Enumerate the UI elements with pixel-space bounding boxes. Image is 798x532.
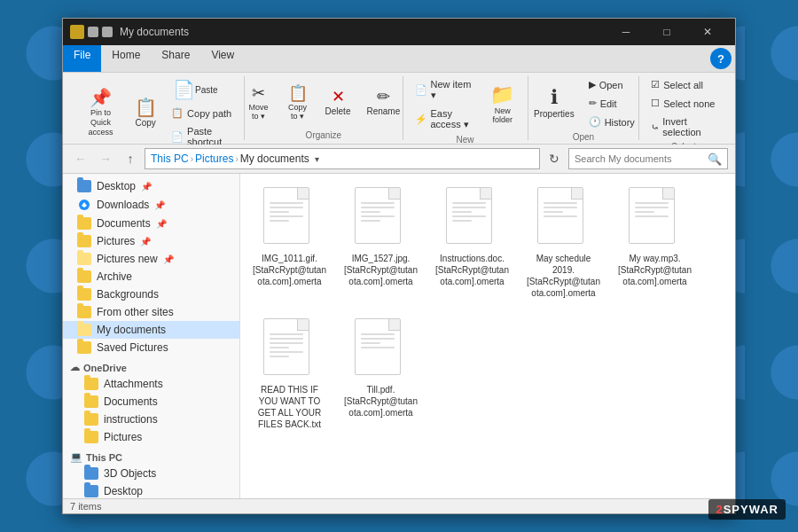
help-button[interactable]: ? xyxy=(710,48,732,69)
delete-button[interactable]: ✕ Delete xyxy=(319,86,357,119)
up-button[interactable]: ↑ xyxy=(120,148,141,169)
new-item-button[interactable]: 📄 New item ▾ xyxy=(411,76,481,104)
copy-to-button[interactable]: 📋 Copyto ▾ xyxy=(280,82,316,123)
tab-share[interactable]: Share xyxy=(151,45,200,72)
minimize-button[interactable]: ─ xyxy=(606,19,646,45)
file-item-instructions[interactable]: Instructions.doc.[StaRcRypt@tutanota.com… xyxy=(430,181,514,305)
sidebar-item-backgrounds[interactable]: Backgrounds xyxy=(63,286,239,303)
rename-label: Rename xyxy=(366,106,400,116)
file-item-img1527[interactable]: IMG_1527.jpg.[StaRcRypt@tutanota.com].om… xyxy=(339,181,423,305)
sidebar-item-attachments[interactable]: Attachments xyxy=(63,375,239,393)
paste-button[interactable]: 📄 Paste xyxy=(167,76,237,103)
select-none-button[interactable]: ☐ Select none xyxy=(646,95,721,112)
edit-button[interactable]: ✏ Edit xyxy=(584,95,639,112)
file-item-img1011[interactable]: IMG_1011.gif.[StaRcRypt@tutanota.com].om… xyxy=(247,181,332,305)
sidebar-item-from-other-sites[interactable]: From other sites xyxy=(63,303,239,321)
tab-file[interactable]: File xyxy=(63,45,101,72)
breadcrumb-thispc[interactable]: This PC xyxy=(151,153,189,165)
search-input[interactable] xyxy=(575,153,704,164)
file-line xyxy=(270,338,303,340)
sidebar-item-downloads[interactable]: Downloads 📌 xyxy=(63,195,239,215)
file-line xyxy=(452,211,473,213)
attachments-folder-icon xyxy=(84,378,98,390)
search-icon[interactable]: 🔍 xyxy=(708,153,722,166)
sidebar-item-documents[interactable]: Documents 📌 xyxy=(63,215,239,232)
file-grid: IMG_1011.gif.[StaRcRypt@tutanota.com].om… xyxy=(247,181,728,436)
3d-objects-label: 3D Objects xyxy=(104,467,156,480)
sidebar-item-my-documents[interactable]: My documents xyxy=(63,321,239,339)
breadcrumb[interactable]: This PC › Pictures › My documents ▾ xyxy=(145,148,540,169)
sidebar-item-desktop2[interactable]: Desktop xyxy=(63,482,239,498)
history-button[interactable]: 🕐 History xyxy=(584,113,639,130)
rename-button[interactable]: ✏ Rename xyxy=(360,86,406,119)
tab-view[interactable]: View xyxy=(200,45,245,72)
sidebar-item-archive[interactable]: Archive xyxy=(63,268,239,286)
file-name-may-schedule: May schedule 2019.[StaRcRypt@tutanota.co… xyxy=(526,253,601,299)
search-bar: 🔍 xyxy=(568,148,728,169)
ribbon: File Home Share View ? 📌 Pin to Quickacc… xyxy=(63,45,735,145)
desktop2-label: Desktop xyxy=(104,485,143,497)
downloads-label: Downloads xyxy=(97,199,149,211)
delete-icon: ✕ xyxy=(332,89,345,105)
edit-label: Edit xyxy=(600,98,617,109)
open-icon: ▶ xyxy=(589,79,596,90)
copy-button[interactable]: 📋 Copy xyxy=(128,96,163,130)
open-button[interactable]: ▶ Open xyxy=(584,76,639,93)
sidebar-item-desktop[interactable]: Desktop 📌 xyxy=(63,177,239,195)
pin-to-quick-access-button[interactable]: 📌 Pin to Quickaccess xyxy=(77,86,124,139)
move-to-button[interactable]: ✂ Moveto ▾ xyxy=(241,82,277,123)
watermark-2: 2 xyxy=(716,503,723,516)
ribbon-group-new: 📄 New item ▾ ⚡ Easy access ▾ 📁 Newfolder… xyxy=(403,76,528,140)
file-line xyxy=(452,215,486,217)
file-lines-may-schedule xyxy=(538,188,583,225)
clipboard-items: 📌 Pin to Quickaccess 📋 Copy 📄 Paste xyxy=(77,76,237,150)
instructions-folder-icon xyxy=(84,413,98,426)
file-item-my-way[interactable]: My way.mp3.[StaRcRypt@tutanota.com].omer… xyxy=(613,181,697,305)
sidebar: Desktop 📌 Downloads 📌 Documents 📌 Pictur… xyxy=(63,174,240,498)
new-folder-button[interactable]: 📁 Newfolder xyxy=(485,82,520,127)
open-col: ▶ Open ✏ Edit 🕐 History xyxy=(584,76,639,130)
easy-access-button[interactable]: ⚡ Easy access ▾ xyxy=(411,106,481,133)
downloads-icon xyxy=(77,198,91,212)
copy-path-icon: 📋 xyxy=(171,107,184,119)
refresh-button[interactable]: ↻ xyxy=(544,148,565,169)
sidebar-item-pictures2[interactable]: Pictures xyxy=(63,428,239,446)
file-name-instructions: Instructions.doc.[StaRcRypt@tutanota.com… xyxy=(434,253,510,287)
file-lines-img1527 xyxy=(356,188,400,230)
file-line xyxy=(361,202,395,204)
file-item-read-this[interactable]: READ THIS IF YOU WANT TO GET ALL YOUR FI… xyxy=(247,312,332,436)
maximize-button[interactable]: □ xyxy=(646,19,687,45)
file-line xyxy=(361,347,395,348)
breadcrumb-pictures[interactable]: Pictures xyxy=(195,153,233,165)
new-folder-icon: 📁 xyxy=(490,85,514,105)
back-button[interactable]: ← xyxy=(70,148,91,169)
file-item-till-pdf[interactable]: Till.pdf.[StaRcRypt@tutanota.com].omerta xyxy=(339,312,423,436)
thispc-section: 💻 This PC xyxy=(63,446,239,465)
file-name-read-this: READ THIS IF YOU WANT TO GET ALL YOUR FI… xyxy=(252,384,327,430)
paste-label: Paste xyxy=(195,85,218,95)
breadcrumb-dropdown[interactable]: ▾ xyxy=(315,154,319,164)
forward-button[interactable]: → xyxy=(95,148,116,169)
sidebar-item-saved-pictures[interactable]: Saved Pictures xyxy=(63,339,239,356)
select-all-button[interactable]: ☑ Select all xyxy=(646,76,721,93)
file-line xyxy=(270,211,290,213)
properties-button[interactable]: ℹ Properties xyxy=(528,85,581,121)
open-label: Open xyxy=(599,80,623,90)
breadcrumb-sep-2: › xyxy=(235,154,238,164)
sidebar-item-pictures[interactable]: Pictures 📌 xyxy=(63,232,239,250)
new-col: 📄 New item ▾ ⚡ Easy access ▾ xyxy=(411,76,481,133)
window-icon-1 xyxy=(70,25,84,39)
file-name-my-way: My way.mp3.[StaRcRypt@tutanota.com].omer… xyxy=(617,253,692,287)
close-button[interactable]: ✕ xyxy=(687,19,728,45)
file-item-may-schedule[interactable]: May schedule 2019.[StaRcRypt@tutanota.co… xyxy=(521,181,606,305)
sidebar-item-pictures-new[interactable]: Pictures new 📌 xyxy=(63,250,239,268)
sidebar-item-documents2[interactable]: Documents xyxy=(63,393,239,411)
new-item-label: New item ▾ xyxy=(431,79,477,101)
tab-home[interactable]: Home xyxy=(101,45,151,72)
copy-path-button[interactable]: 📋 Copy path xyxy=(167,105,237,121)
invert-selection-button[interactable]: ⤿ Invert selection xyxy=(646,113,721,140)
saved-pictures-label: Saved Pictures xyxy=(97,341,168,354)
sidebar-item-3d-objects[interactable]: 3D Objects xyxy=(63,465,239,482)
documents-folder-icon xyxy=(77,217,91,230)
sidebar-item-instructions[interactable]: instructions xyxy=(63,411,239,428)
